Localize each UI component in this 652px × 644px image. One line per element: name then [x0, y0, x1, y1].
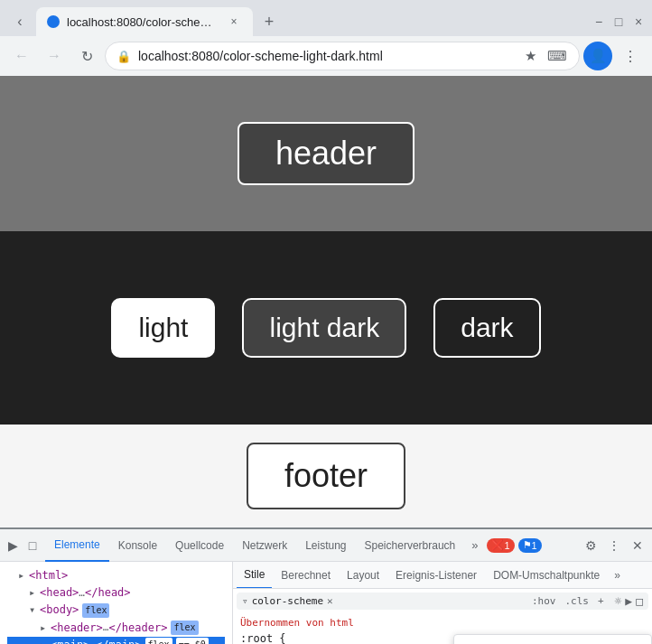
- profile-button[interactable]: 👤: [583, 42, 612, 70]
- more-button[interactable]: ⋮: [616, 42, 645, 70]
- devtools-panel: ▶ □ Elemente Konsole Quellcode Netzwerk …: [0, 527, 652, 644]
- page-content: header light light dark dark footer: [0, 76, 652, 527]
- cursor-tool-icon[interactable]: ▶: [4, 537, 22, 555]
- error-badge: ❌ 1: [487, 538, 514, 553]
- styles-tab-berechnet[interactable]: Berechnet: [274, 562, 338, 589]
- devtools-tab-leistung[interactable]: Leistung: [296, 529, 355, 562]
- filter-clear-button[interactable]: ✕: [327, 595, 333, 607]
- styles-tab-events[interactable]: Ereignis-Listener: [388, 562, 484, 589]
- styles-tab-stile[interactable]: Stile: [237, 562, 272, 589]
- tab-bar: ‹ localhost:8080/color-scheme-li... × + …: [0, 0, 652, 36]
- body-flex-badge: flex: [82, 603, 109, 618]
- address-text: localhost:8080/color-scheme-light-dark.h…: [138, 49, 512, 63]
- devtools-tool-icons: ▶ □: [4, 537, 42, 555]
- styles-tab-dom-switch[interactable]: DOM-Umschaltpunkte: [486, 562, 607, 589]
- dark-button[interactable]: dark: [433, 298, 540, 358]
- tab-back-button[interactable]: ‹: [7, 9, 33, 34]
- info-badge: ⚑ 1: [518, 538, 542, 553]
- new-tab-button[interactable]: +: [256, 9, 282, 34]
- light-button[interactable]: light: [111, 298, 215, 358]
- dock-icon[interactable]: □: [636, 594, 643, 608]
- page-main: light light dark dark: [0, 231, 652, 425]
- header-text: header: [275, 135, 377, 172]
- devtools-more-tabs[interactable]: »: [464, 529, 485, 562]
- dropdown-item-light[interactable]: prefers-color-scheme: light: [454, 639, 651, 644]
- dom-tree-content: ▸ <html> ▸ <head> … </head> ▾ <body> fle: [0, 565, 232, 644]
- devtools-vertical-dots[interactable]: ⋮: [603, 535, 625, 556]
- nav-bar: ← → ↻ 🔒 localhost:8080/color-scheme-ligh…: [0, 36, 652, 76]
- cls-filter-button[interactable]: .cls: [564, 595, 589, 607]
- footer-text: footer: [284, 457, 368, 494]
- bookmark-button[interactable]: ★: [519, 45, 541, 67]
- main-flex-badge: flex: [145, 638, 172, 644]
- styles-filter-bar: ▿ color-scheme ✕ :hov .cls + ☼ ▶ □: [237, 593, 648, 610]
- devtools-tab-netzwerk[interactable]: Netzwerk: [233, 529, 296, 562]
- back-button[interactable]: ←: [7, 42, 36, 70]
- filter-icon: ▿: [242, 595, 248, 607]
- address-bar-actions: ★ ⌨: [519, 45, 568, 67]
- tree-line-html[interactable]: ▸ <html>: [7, 567, 225, 584]
- devtools-tab-konsole[interactable]: Konsole: [109, 529, 166, 562]
- tree-line-body[interactable]: ▾ <body> flex: [7, 602, 225, 619]
- filter-text: color-scheme: [252, 595, 323, 607]
- browser-chrome: ‹ localhost:8080/color-scheme-li... × + …: [0, 0, 652, 76]
- light-dark-button[interactable]: light dark: [242, 298, 406, 358]
- address-bar[interactable]: 🔒 localhost:8080/color-scheme-light-dark…: [105, 42, 580, 70]
- lens-button[interactable]: ⌨: [546, 45, 568, 67]
- color-scheme-toggle-icon[interactable]: ☼: [615, 594, 622, 608]
- maximize-button[interactable]: □: [612, 15, 625, 28]
- media-icon[interactable]: ▶: [625, 594, 632, 608]
- css-selector: :root {: [240, 632, 286, 644]
- minimize-button[interactable]: −: [592, 15, 605, 28]
- page-footer: footer: [0, 425, 652, 527]
- devtools-tab-speicher[interactable]: Speicherverbrauch: [356, 529, 465, 562]
- tab-title: localhost:8080/color-scheme-li...: [67, 15, 220, 29]
- devtools-tab-quellcode[interactable]: Quellcode: [166, 529, 233, 562]
- tab-favicon: [47, 15, 60, 28]
- devtools-close-icon[interactable]: ✕: [627, 535, 648, 556]
- devtools-dom-tree: ▸ <html> ▸ <head> … </head> ▾ <body> fle: [0, 562, 233, 644]
- devtools-settings-gear[interactable]: ⚙: [580, 535, 601, 556]
- inspect-tool-icon[interactable]: □: [23, 537, 42, 555]
- tree-line-main[interactable]: ▸ <main> … </main> flex == $0: [7, 637, 225, 644]
- tab-close-button[interactable]: ×: [226, 14, 242, 30]
- header-flex-badge: flex: [171, 621, 198, 635]
- devtools-settings: ⚙ ⋮ ✕: [580, 535, 648, 556]
- header-box: header: [238, 122, 414, 185]
- chrome-actions: 👤 ⋮: [583, 42, 645, 70]
- styles-tab-layout[interactable]: Layout: [340, 562, 387, 589]
- styles-more-tabs[interactable]: »: [609, 569, 626, 582]
- devtools-badges: ❌ 1 ⚑ 1: [487, 538, 541, 553]
- footer-box: footer: [247, 443, 405, 509]
- close-button[interactable]: ×: [632, 15, 645, 28]
- devtools-tab-elemente[interactable]: Elemente: [45, 529, 109, 562]
- active-tab[interactable]: localhost:8080/color-scheme-li... ×: [36, 7, 253, 36]
- tree-line-header[interactable]: ▸ <header> … </header> flex: [7, 620, 225, 637]
- devtools-body: ▸ <html> ▸ <head> … </head> ▾ <body> fle: [0, 562, 652, 644]
- styles-tab-bar: Stile Berechnet Layout Ereignis-Listener…: [233, 562, 652, 589]
- inherited-label: Übernommen von html: [240, 617, 645, 629]
- main-eq-badge: == $0: [176, 638, 209, 644]
- tree-line-head[interactable]: ▸ <head> … </head>: [7, 584, 225, 602]
- devtools-styles-panel: Stile Berechnet Layout Ereignis-Listener…: [233, 562, 652, 644]
- page-header: header: [0, 76, 652, 231]
- devtools-tab-bar: ▶ □ Elemente Konsole Quellcode Netzwerk …: [0, 529, 652, 562]
- reload-button[interactable]: ↻: [72, 42, 101, 70]
- lock-icon: 🔒: [116, 50, 131, 63]
- window-controls: − □ ×: [592, 15, 645, 28]
- add-style-button[interactable]: +: [598, 595, 604, 607]
- color-scheme-dropdown: prefers-color-scheme: light ✓ prefers-co…: [453, 634, 652, 644]
- pseudo-filter-button[interactable]: :hov: [532, 595, 556, 607]
- forward-button[interactable]: →: [40, 42, 69, 70]
